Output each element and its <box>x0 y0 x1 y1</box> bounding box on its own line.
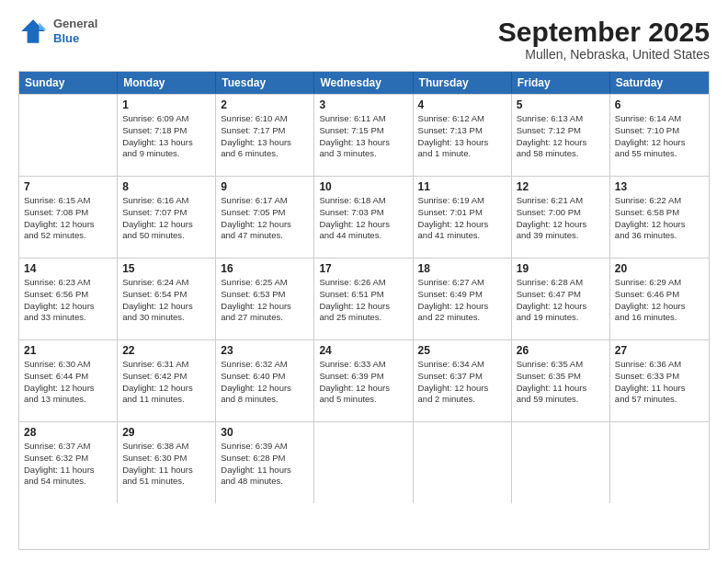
logo-blue: Blue <box>53 31 97 46</box>
calendar-cell: 9Sunrise: 6:17 AM Sunset: 7:05 PM Daylig… <box>216 177 314 258</box>
logo: General Blue <box>18 17 97 46</box>
weekday-header: Wednesday <box>314 72 413 94</box>
day-info: Sunrise: 6:09 AM Sunset: 7:18 PM Dayligh… <box>122 113 210 160</box>
calendar-cell: 20Sunrise: 6:29 AM Sunset: 6:46 PM Dayli… <box>610 259 709 339</box>
day-number: 28 <box>24 426 112 439</box>
day-info: Sunrise: 6:26 AM Sunset: 6:51 PM Dayligh… <box>319 277 407 324</box>
calendar-cell: 25Sunrise: 6:34 AM Sunset: 6:37 PM Dayli… <box>414 340 512 421</box>
day-number: 10 <box>319 180 407 193</box>
day-info: Sunrise: 6:15 AM Sunset: 7:08 PM Dayligh… <box>24 195 112 242</box>
day-number: 13 <box>615 180 704 193</box>
day-info: Sunrise: 6:37 AM Sunset: 6:32 PM Dayligh… <box>24 441 112 488</box>
day-number: 20 <box>615 262 704 275</box>
day-number: 24 <box>319 344 407 357</box>
calendar-cell: 29Sunrise: 6:38 AM Sunset: 6:30 PM Dayli… <box>118 422 216 503</box>
day-number: 14 <box>24 262 112 275</box>
day-info: Sunrise: 6:18 AM Sunset: 7:03 PM Dayligh… <box>319 195 407 242</box>
calendar-cell: 1Sunrise: 6:09 AM Sunset: 7:18 PM Daylig… <box>118 95 216 176</box>
day-info: Sunrise: 6:39 AM Sunset: 6:28 PM Dayligh… <box>221 441 309 488</box>
day-info: Sunrise: 6:31 AM Sunset: 6:42 PM Dayligh… <box>122 359 210 406</box>
calendar-row: 28Sunrise: 6:37 AM Sunset: 6:32 PM Dayli… <box>19 421 709 503</box>
day-number: 5 <box>517 98 605 111</box>
calendar-cell: 7Sunrise: 6:15 AM Sunset: 7:08 PM Daylig… <box>19 177 118 258</box>
calendar-cell: 27Sunrise: 6:36 AM Sunset: 6:33 PM Dayli… <box>610 340 709 421</box>
calendar: SundayMondayTuesdayWednesdayThursdayFrid… <box>18 71 710 550</box>
calendar-body: 1Sunrise: 6:09 AM Sunset: 7:18 PM Daylig… <box>19 94 709 503</box>
day-info: Sunrise: 6:36 AM Sunset: 6:33 PM Dayligh… <box>615 359 704 406</box>
weekday-header: Sunday <box>19 72 118 94</box>
day-info: Sunrise: 6:13 AM Sunset: 7:12 PM Dayligh… <box>517 113 605 160</box>
day-number: 15 <box>122 262 210 275</box>
weekday-header: Tuesday <box>216 72 314 94</box>
day-number: 27 <box>615 344 704 357</box>
day-number: 6 <box>615 98 704 111</box>
calendar-cell: 19Sunrise: 6:28 AM Sunset: 6:47 PM Dayli… <box>512 259 610 339</box>
day-info: Sunrise: 6:38 AM Sunset: 6:30 PM Dayligh… <box>122 441 210 488</box>
calendar-header: SundayMondayTuesdayWednesdayThursdayFrid… <box>19 72 709 94</box>
day-number: 9 <box>221 180 309 193</box>
calendar-cell: 24Sunrise: 6:33 AM Sunset: 6:39 PM Dayli… <box>314 340 413 421</box>
calendar-row: 7Sunrise: 6:15 AM Sunset: 7:08 PM Daylig… <box>19 176 709 258</box>
calendar-cell: 18Sunrise: 6:27 AM Sunset: 6:49 PM Dayli… <box>414 259 512 339</box>
calendar-row: 1Sunrise: 6:09 AM Sunset: 7:18 PM Daylig… <box>19 94 709 176</box>
svg-marker-1 <box>39 22 46 29</box>
calendar-cell: 3Sunrise: 6:11 AM Sunset: 7:15 PM Daylig… <box>314 95 413 176</box>
day-info: Sunrise: 6:28 AM Sunset: 6:47 PM Dayligh… <box>517 277 605 324</box>
day-info: Sunrise: 6:11 AM Sunset: 7:15 PM Dayligh… <box>319 113 407 160</box>
day-number: 16 <box>221 262 309 275</box>
calendar-cell: 28Sunrise: 6:37 AM Sunset: 6:32 PM Dayli… <box>19 422 118 503</box>
calendar-cell: 11Sunrise: 6:19 AM Sunset: 7:01 PM Dayli… <box>414 177 512 258</box>
day-info: Sunrise: 6:30 AM Sunset: 6:44 PM Dayligh… <box>24 359 112 406</box>
weekday-header: Friday <box>512 72 610 94</box>
day-number: 7 <box>24 180 112 193</box>
day-number: 4 <box>418 98 506 111</box>
day-info: Sunrise: 6:14 AM Sunset: 7:10 PM Dayligh… <box>615 113 704 160</box>
calendar-cell: 10Sunrise: 6:18 AM Sunset: 7:03 PM Dayli… <box>314 177 413 258</box>
day-number: 12 <box>517 180 605 193</box>
page: General Blue September 2025 Mullen, Nebr… <box>0 0 728 563</box>
day-info: Sunrise: 6:32 AM Sunset: 6:40 PM Dayligh… <box>221 359 309 406</box>
calendar-cell: 16Sunrise: 6:25 AM Sunset: 6:53 PM Dayli… <box>216 259 314 339</box>
svg-marker-0 <box>21 19 45 43</box>
logo-icon <box>18 17 48 46</box>
day-number: 26 <box>517 344 605 357</box>
day-info: Sunrise: 6:12 AM Sunset: 7:13 PM Dayligh… <box>418 113 506 160</box>
day-number: 23 <box>221 344 309 357</box>
day-info: Sunrise: 6:19 AM Sunset: 7:01 PM Dayligh… <box>418 195 506 242</box>
calendar-row: 21Sunrise: 6:30 AM Sunset: 6:44 PM Dayli… <box>19 339 709 421</box>
calendar-cell: 26Sunrise: 6:35 AM Sunset: 6:35 PM Dayli… <box>512 340 610 421</box>
calendar-cell <box>314 422 413 503</box>
day-number: 29 <box>122 426 210 439</box>
day-info: Sunrise: 6:27 AM Sunset: 6:49 PM Dayligh… <box>418 277 506 324</box>
calendar-cell: 12Sunrise: 6:21 AM Sunset: 7:00 PM Dayli… <box>512 177 610 258</box>
calendar-cell: 22Sunrise: 6:31 AM Sunset: 6:42 PM Dayli… <box>118 340 216 421</box>
header: General Blue September 2025 Mullen, Nebr… <box>18 17 710 62</box>
day-number: 3 <box>319 98 407 111</box>
day-info: Sunrise: 6:22 AM Sunset: 6:58 PM Dayligh… <box>615 195 704 242</box>
calendar-cell: 15Sunrise: 6:24 AM Sunset: 6:54 PM Dayli… <box>118 259 216 339</box>
day-number: 17 <box>319 262 407 275</box>
calendar-cell <box>610 422 709 503</box>
calendar-cell: 21Sunrise: 6:30 AM Sunset: 6:44 PM Dayli… <box>19 340 118 421</box>
weekday-header: Saturday <box>610 72 709 94</box>
day-info: Sunrise: 6:23 AM Sunset: 6:56 PM Dayligh… <box>24 277 112 324</box>
calendar-cell: 13Sunrise: 6:22 AM Sunset: 6:58 PM Dayli… <box>610 177 709 258</box>
calendar-cell: 17Sunrise: 6:26 AM Sunset: 6:51 PM Dayli… <box>314 259 413 339</box>
calendar-cell: 8Sunrise: 6:16 AM Sunset: 7:07 PM Daylig… <box>118 177 216 258</box>
day-info: Sunrise: 6:17 AM Sunset: 7:05 PM Dayligh… <box>221 195 309 242</box>
day-number: 11 <box>418 180 506 193</box>
calendar-cell: 2Sunrise: 6:10 AM Sunset: 7:17 PM Daylig… <box>216 95 314 176</box>
month-title: September 2025 <box>498 17 710 47</box>
day-number: 22 <box>122 344 210 357</box>
day-info: Sunrise: 6:25 AM Sunset: 6:53 PM Dayligh… <box>221 277 309 324</box>
day-number: 19 <box>517 262 605 275</box>
weekday-header: Thursday <box>414 72 512 94</box>
day-number: 21 <box>24 344 112 357</box>
day-info: Sunrise: 6:29 AM Sunset: 6:46 PM Dayligh… <box>615 277 704 324</box>
day-number: 8 <box>122 180 210 193</box>
day-info: Sunrise: 6:34 AM Sunset: 6:37 PM Dayligh… <box>418 359 506 406</box>
day-info: Sunrise: 6:35 AM Sunset: 6:35 PM Dayligh… <box>517 359 605 406</box>
logo-text: General Blue <box>53 17 97 45</box>
day-number: 30 <box>221 426 309 439</box>
weekday-header: Monday <box>118 72 216 94</box>
